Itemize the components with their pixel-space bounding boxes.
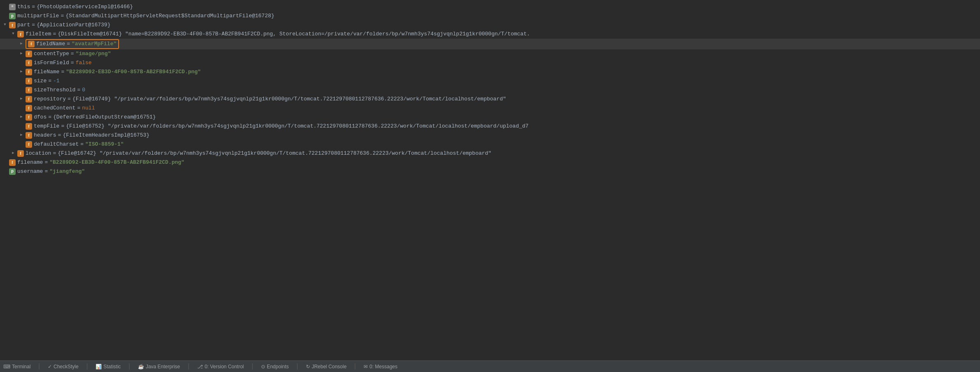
- expand-arrow-contentType[interactable]: [18, 51, 25, 57]
- var-value-cachedContent: null: [82, 104, 95, 112]
- no-arrow-defaultCharset: [18, 141, 25, 148]
- equals-sign-defaultCharset: =: [80, 140, 84, 149]
- field-icon-fileItem: f: [17, 31, 24, 37]
- expand-arrow-fileName[interactable]: [18, 69, 25, 75]
- var-value-fileName: "B2289D92-EB3D-4F00-857B-AB2FB941F2CD.pn…: [66, 68, 201, 76]
- equals-sign-contentType: =: [71, 50, 74, 58]
- var-name-defaultCharset: defaultCharset: [34, 140, 79, 149]
- bottom-toolbar: ⌨Terminal|✓CheckStyle|📊Statistic|☕Java E…: [0, 360, 980, 372]
- msg-icon: ✉: [364, 364, 368, 370]
- bottom-tab-label-version-control: 0: Version Control: [205, 364, 244, 370]
- tree-line-headers[interactable]: fheaders = {FileItemHeadersImpl@16753}: [0, 131, 980, 140]
- tree-line-this[interactable]: ≡this = {PhotoUpdateServiceImpl@16466}: [0, 2, 980, 12]
- tree-line-isFormField[interactable]: fisFormField = false: [0, 58, 980, 67]
- var-value-fieldName: "avatarMpFile": [72, 40, 117, 48]
- equals-sign-cachedContent: =: [77, 104, 80, 112]
- equals-sign-repository: =: [68, 95, 71, 103]
- tree-line-location[interactable]: flocation = {File@16742} "/private/var/f…: [0, 149, 980, 158]
- bottom-tab-label-terminal: Terminal: [12, 364, 30, 370]
- var-value-location: {File@16742} "/private/var/folders/bp/w7…: [58, 149, 491, 158]
- check-icon: ✓: [48, 364, 52, 370]
- bottom-tab-statistic[interactable]: 📊Statistic: [96, 364, 121, 370]
- bottom-tab-label-statistic: Statistic: [103, 364, 121, 370]
- git-icon: ⎇: [197, 364, 203, 370]
- tab-separator-2: |: [85, 363, 89, 370]
- expand-arrow-headers[interactable]: [18, 132, 25, 139]
- tree-line-multipartFile[interactable]: pmultipartFile = {StandardMultipartHttpS…: [0, 12, 980, 21]
- equals-sign-filename: =: [44, 158, 48, 167]
- var-name-filename: filename: [17, 158, 43, 167]
- expand-arrow-repository[interactable]: [18, 96, 25, 102]
- field-icon-filename: f: [9, 159, 16, 166]
- field-icon-isFormField: f: [26, 60, 32, 66]
- no-arrow-sizeThreshold: [18, 87, 25, 93]
- bottom-tab-label-messages: 0: Messages: [369, 364, 397, 370]
- no-arrow-this: [2, 4, 8, 10]
- tree-line-filename[interactable]: ffilename = "B2289D92-EB3D-4F00-857B-AB2…: [0, 158, 980, 167]
- bottom-tab-label-endpoints: Endpoints: [267, 364, 289, 370]
- equals-sign-isFormField: =: [71, 59, 74, 67]
- tree-line-tempFile[interactable]: ftempFile = {File@16752} "/private/var/f…: [0, 122, 980, 131]
- bottom-tab-jrebel-console[interactable]: ↻JRebel Console: [306, 364, 347, 370]
- field-icon-cachedContent: f: [26, 105, 32, 112]
- tree-line-fieldName[interactable]: ffieldName = "avatarMpFile": [0, 39, 980, 49]
- tree-line-username[interactable]: pusername = "jiangfeng": [0, 167, 980, 176]
- bar-icon: 📊: [96, 364, 102, 370]
- field-icon-contentType: f: [26, 51, 32, 57]
- tab-separator-7: |: [353, 363, 357, 370]
- tree-line-defaultCharset[interactable]: fdefaultCharset = "ISO-8859-1": [0, 140, 980, 149]
- tree-line-contentType[interactable]: fcontentType = "image/png": [0, 49, 980, 58]
- tree-line-sizeThreshold[interactable]: fsizeThreshold = 0: [0, 86, 980, 95]
- bottom-tab-checkstyle[interactable]: ✓CheckStyle: [48, 364, 79, 370]
- tab-separator-3: |: [127, 363, 131, 370]
- equals-sign-fieldName: =: [67, 40, 70, 48]
- highlight-box-fieldName: ffieldName = "avatarMpFile": [26, 39, 119, 49]
- field-icon-tempFile: f: [26, 123, 32, 130]
- globe-icon: ⊙: [261, 364, 265, 370]
- var-name-size: size: [34, 77, 47, 85]
- tree-line-size[interactable]: fsize = -1: [0, 77, 980, 86]
- expand-arrow-location[interactable]: [10, 150, 16, 157]
- var-name-contentType: contentType: [34, 50, 69, 58]
- bottom-tab-messages[interactable]: ✉0: Messages: [364, 364, 397, 370]
- collapse-arrow-fileItem[interactable]: [10, 31, 16, 37]
- jrebel-icon: ↻: [306, 364, 310, 370]
- bottom-tab-version-control[interactable]: ⎇0: Version Control: [197, 364, 244, 370]
- field-icon-size: f: [26, 78, 32, 84]
- no-arrow-size: [18, 78, 25, 84]
- collapse-arrow-part[interactable]: [2, 22, 8, 28]
- expand-arrow-fieldName[interactable]: [18, 41, 25, 47]
- tree-line-repository[interactable]: frepository = {File@16749} "/private/var…: [0, 95, 980, 104]
- no-arrow-tempFile: [18, 123, 25, 130]
- equals-sign-username: =: [44, 167, 48, 176]
- eq-icon-this: ≡: [9, 4, 16, 10]
- field-icon-fileName: f: [26, 69, 32, 75]
- tab-separator-4: |: [187, 363, 191, 370]
- var-name-headers: headers: [34, 131, 56, 140]
- debug-variables-panel[interactable]: ≡this = {PhotoUpdateServiceImpl@16466}pm…: [0, 0, 980, 360]
- var-name-username: username: [17, 167, 43, 176]
- field-icon-headers: f: [26, 132, 32, 139]
- tree-line-fileItem[interactable]: ffileItem = {DiskFileItem@16741} "name=B…: [0, 30, 980, 39]
- tree-line-fileName[interactable]: ffileName = "B2289D92-EB3D-4F00-857B-AB2…: [0, 67, 980, 77]
- var-name-isFormField: isFormField: [34, 59, 69, 67]
- equals-sign-multipartFile: =: [61, 12, 64, 20]
- terminal-icon: ⌨: [3, 364, 10, 370]
- var-value-username: "jiangfeng": [49, 167, 85, 176]
- bottom-tab-terminal[interactable]: ⌨Terminal: [3, 364, 30, 370]
- bottom-tab-java-enterprise[interactable]: ☕Java Enterprise: [138, 364, 180, 370]
- tree-line-part[interactable]: fpart = {ApplicationPart@16739}: [0, 21, 980, 30]
- field-icon-repository: f: [26, 96, 32, 102]
- bottom-tab-label-checkstyle: CheckStyle: [54, 364, 79, 370]
- bottom-tab-endpoints[interactable]: ⊙Endpoints: [261, 364, 289, 370]
- equals-sign-fileItem: =: [53, 30, 56, 38]
- param-icon-username: p: [9, 168, 16, 175]
- var-name-cachedContent: cachedContent: [34, 104, 75, 112]
- tree-line-cachedContent[interactable]: fcachedContent = null: [0, 104, 980, 113]
- equals-sign-this: =: [32, 3, 35, 11]
- var-name-this: this: [17, 3, 30, 11]
- tree-line-dfos[interactable]: fdfos = {DeferredFileOutputStream@16751}: [0, 113, 980, 122]
- var-value-repository: {File@16749} "/private/var/folders/bp/w7…: [72, 95, 506, 103]
- expand-arrow-dfos[interactable]: [18, 114, 25, 121]
- var-value-multipartFile: {StandardMultipartHttpServletRequest$Sta…: [65, 12, 274, 20]
